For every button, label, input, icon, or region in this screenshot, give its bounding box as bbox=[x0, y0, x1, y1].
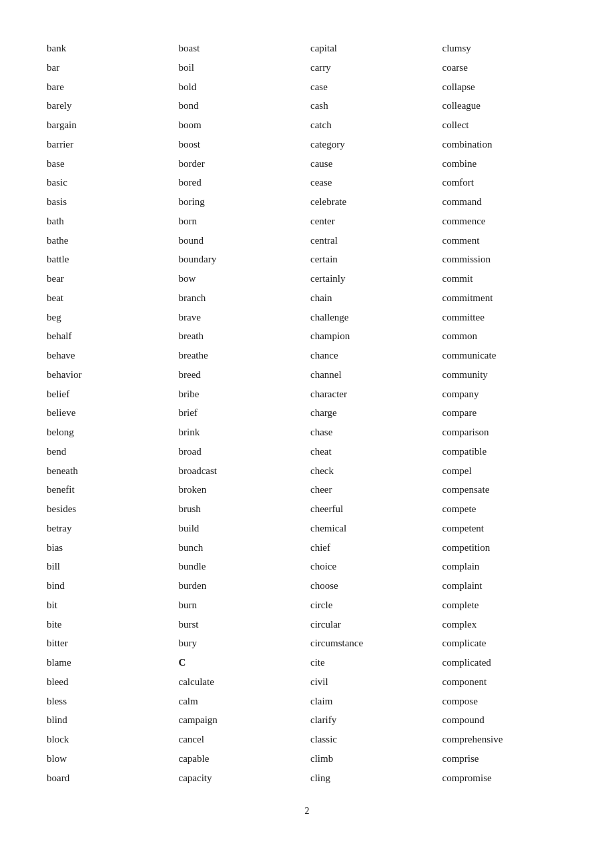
word-cell: bound bbox=[179, 232, 304, 249]
word-cell: community bbox=[442, 367, 568, 383]
word-cell: channel bbox=[310, 367, 436, 383]
word-cell: burn bbox=[179, 597, 304, 614]
word-cell: compose bbox=[442, 693, 568, 710]
word-cell: chief bbox=[310, 539, 436, 556]
word-cell: bitter bbox=[47, 635, 172, 652]
word-cell: cheat bbox=[310, 443, 436, 460]
word-cell: case bbox=[310, 79, 436, 95]
word-cell: colleague bbox=[442, 97, 568, 114]
word-cell: bare bbox=[47, 79, 172, 95]
word-cell: challenge bbox=[310, 309, 436, 326]
word-cell: bath bbox=[47, 213, 172, 230]
word-cell: basis bbox=[47, 194, 172, 210]
word-cell: benefit bbox=[47, 481, 172, 498]
word-cell: commit bbox=[442, 270, 568, 287]
word-cell: cling bbox=[310, 770, 436, 787]
word-cell: center bbox=[310, 213, 436, 230]
word-cell: barely bbox=[47, 97, 172, 114]
word-cell: compensate bbox=[442, 481, 568, 498]
word-cell: complicated bbox=[442, 654, 568, 671]
word-cell: collapse bbox=[442, 79, 568, 95]
word-cell: capable bbox=[179, 750, 304, 767]
word-cell: broad bbox=[179, 443, 304, 460]
word-cell: bundle bbox=[179, 558, 304, 575]
word-cell: bow bbox=[179, 270, 304, 287]
word-cell: coarse bbox=[442, 59, 568, 76]
word-cell: chain bbox=[310, 290, 436, 306]
word-cell: cheerful bbox=[310, 501, 436, 517]
word-cell: bit bbox=[47, 597, 172, 614]
word-cell: complicate bbox=[442, 635, 568, 652]
page-number: 2 bbox=[47, 806, 567, 817]
word-cell: calm bbox=[179, 693, 304, 710]
word-cell: blame bbox=[47, 654, 172, 671]
word-cell: certain bbox=[310, 251, 436, 268]
word-cell: category bbox=[310, 136, 436, 153]
word-cell: behavior bbox=[47, 367, 172, 383]
word-cell: brush bbox=[179, 501, 304, 517]
word-cell: beat bbox=[47, 290, 172, 306]
word-cell: circular bbox=[310, 616, 436, 633]
word-cell: chase bbox=[310, 424, 436, 441]
word-cell: bunch bbox=[179, 539, 304, 556]
word-cell: bar bbox=[47, 59, 172, 76]
word-cell: chance bbox=[310, 347, 436, 364]
word-cell: bond bbox=[179, 97, 304, 114]
word-cell: bank bbox=[47, 40, 172, 57]
word-cell: burst bbox=[179, 616, 304, 633]
word-cell: boring bbox=[179, 194, 304, 210]
word-cell: cheer bbox=[310, 481, 436, 498]
word-cell: branch bbox=[179, 290, 304, 306]
word-cell: collect bbox=[442, 117, 568, 134]
word-cell: breathe bbox=[179, 347, 304, 364]
word-cell: compete bbox=[442, 501, 568, 517]
word-grid: bankboastcapitalclumsybarboilcarrycoarse… bbox=[47, 40, 567, 786]
word-cell: besides bbox=[47, 501, 172, 517]
word-cell: cancel bbox=[179, 731, 304, 748]
word-cell: charge bbox=[310, 405, 436, 421]
word-cell: beneath bbox=[47, 463, 172, 479]
word-cell: campaign bbox=[179, 712, 304, 728]
word-cell: complete bbox=[442, 597, 568, 614]
word-cell: compromise bbox=[442, 770, 568, 787]
word-cell: brink bbox=[179, 424, 304, 441]
word-cell: complain bbox=[442, 558, 568, 575]
word-cell: communicate bbox=[442, 347, 568, 364]
word-cell: cite bbox=[310, 654, 436, 671]
word-cell: civil bbox=[310, 674, 436, 690]
word-cell: breed bbox=[179, 367, 304, 383]
word-cell: burden bbox=[179, 578, 304, 594]
word-cell: boundary bbox=[179, 251, 304, 268]
word-cell: bury bbox=[179, 635, 304, 652]
word-cell: capacity bbox=[179, 770, 304, 787]
word-cell: broadcast bbox=[179, 463, 304, 479]
word-cell: bored bbox=[179, 174, 304, 191]
word-cell: brief bbox=[179, 405, 304, 421]
word-cell: bathe bbox=[47, 232, 172, 249]
word-cell: company bbox=[442, 386, 568, 403]
word-cell: component bbox=[442, 674, 568, 690]
word-cell: clumsy bbox=[442, 40, 568, 57]
word-cell: capital bbox=[310, 40, 436, 57]
word-cell: competition bbox=[442, 539, 568, 556]
word-cell: command bbox=[442, 194, 568, 210]
word-cell: belong bbox=[47, 424, 172, 441]
word-cell: boast bbox=[179, 40, 304, 57]
word-cell: central bbox=[310, 232, 436, 249]
word-cell: character bbox=[310, 386, 436, 403]
word-cell: behalf bbox=[47, 328, 172, 345]
page: bankboastcapitalclumsybarboilcarrycoarse… bbox=[0, 0, 614, 868]
word-cell: block bbox=[47, 731, 172, 748]
word-cell: blind bbox=[47, 712, 172, 728]
word-cell: compatible bbox=[442, 443, 568, 460]
word-cell: bill bbox=[47, 558, 172, 575]
word-cell: breath bbox=[179, 328, 304, 345]
word-cell: bold bbox=[179, 79, 304, 95]
word-cell: celebrate bbox=[310, 194, 436, 210]
word-cell: barrier bbox=[47, 136, 172, 153]
word-cell: competent bbox=[442, 520, 568, 537]
word-cell: comfort bbox=[442, 174, 568, 191]
word-cell: comprise bbox=[442, 750, 568, 767]
word-cell: cause bbox=[310, 156, 436, 172]
word-cell: bind bbox=[47, 578, 172, 594]
